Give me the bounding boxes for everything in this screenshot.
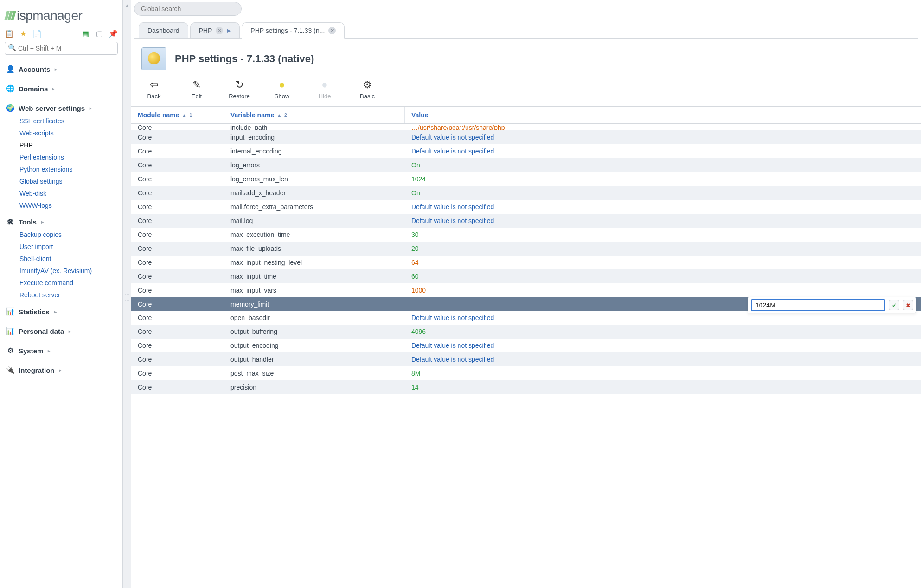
table-row[interactable]: Coreinput_encodingDefault value is not s… — [131, 130, 921, 144]
table-row[interactable]: Coremail.logDefault value is not specifi… — [131, 214, 921, 228]
table-row[interactable]: Coremax_file_uploads20 — [131, 242, 921, 256]
value-edit-input[interactable] — [751, 299, 885, 311]
nav-link-ssl-certificates[interactable]: SSL certificates — [19, 116, 118, 126]
plus-icon[interactable]: ▦ — [81, 29, 90, 38]
nav-link-imunifyav-ex-revisium-[interactable]: ImunifyAV (ex. Revisium) — [19, 266, 118, 276]
nav-section-icon: 🌍 — [6, 104, 15, 112]
cell-value[interactable]: 14 — [405, 380, 921, 394]
table-row[interactable]: Coremax_input_nesting_level64 — [131, 256, 921, 269]
hide-icon: ● — [318, 79, 332, 91]
nav-section-web-server-settings[interactable]: 🌍Web-server settings▸ — [5, 100, 118, 116]
cell-value[interactable]: 1000 — [405, 283, 921, 297]
show-button[interactable]: ●Show — [269, 79, 294, 100]
cell-variable: mail.log — [224, 214, 405, 228]
tab-php[interactable]: PHP✕▶ — [190, 22, 240, 38]
cell-value[interactable]: …/usr/share/pear:/usr/share/php — [405, 124, 921, 130]
col-variable-name[interactable]: Variable name▲2 — [224, 107, 405, 123]
cell-value[interactable]: Default value is not specified — [405, 339, 921, 352]
cell-variable: mail.force_extra_parameters — [224, 200, 405, 214]
cancel-button[interactable]: ✖ — [903, 300, 913, 310]
basic-button[interactable]: ⚙Basic — [355, 79, 380, 100]
sidebar-search-input[interactable] — [5, 42, 118, 55]
nav-section-system[interactable]: ⚙System▸ — [5, 343, 118, 358]
nav-section-domains[interactable]: 🌐Domains▸ — [5, 81, 118, 96]
cell-value[interactable]: 64 — [405, 256, 921, 269]
table-row[interactable]: Coreoutput_buffering4096 — [131, 325, 921, 339]
table-row[interactable]: Coremax_input_vars1000 — [131, 283, 921, 297]
table-row[interactable]: Coremail.force_extra_parametersDefault v… — [131, 200, 921, 214]
close-icon[interactable]: ✕ — [216, 27, 223, 34]
pin-icon[interactable]: 📌 — [109, 29, 118, 38]
nav-link-web-disk[interactable]: Web-disk — [19, 188, 118, 198]
table-row[interactable]: Coremax_execution_time30 — [131, 228, 921, 242]
nav-section-statistics[interactable]: 📊Statistics▸ — [5, 304, 118, 320]
nav-section-icon: 📊 — [6, 307, 15, 316]
table-row[interactable]: Corelog_errorsOn — [131, 158, 921, 172]
table-row[interactable]: Corelog_errors_max_len1024 — [131, 172, 921, 186]
cell-value[interactable]: Default value is not specified — [405, 214, 921, 228]
tab-php-settings-n-[interactable]: PHP settings - 7.1.33 (n...✕ — [242, 22, 345, 39]
tab-dashboard[interactable]: Dashboard — [139, 22, 188, 38]
tab-bar: DashboardPHP✕▶PHP settings - 7.1.33 (n..… — [134, 22, 918, 39]
action-toolbar: ⇦Back✎Edit↻Restore●Show●Hide⚙Basic — [131, 75, 921, 106]
nav-link-user-import[interactable]: User import — [19, 242, 118, 252]
edit-button[interactable]: ✎Edit — [184, 79, 209, 100]
nav-link-execute-command[interactable]: Execute command — [19, 278, 118, 288]
nav-section-icon: 👤 — [6, 65, 15, 73]
cell-value[interactable]: 60 — [405, 269, 921, 283]
table-row[interactable]: Coremax_input_time60 — [131, 269, 921, 283]
cell-variable: post_max_size — [224, 366, 405, 380]
clipboard-icon[interactable]: 📄 — [32, 29, 42, 38]
table-row[interactable]: Corepost_max_size8M — [131, 366, 921, 380]
gutter[interactable]: ▲ ⋮⋮ — [123, 0, 131, 588]
nav-link-python-extensions[interactable]: Python extensions — [19, 164, 118, 174]
nav-link-shell-client[interactable]: Shell-client — [19, 254, 118, 264]
cell-value[interactable]: 20 — [405, 242, 921, 256]
collapse-gutter-icon[interactable]: ▲ — [125, 3, 129, 8]
table-row[interactable]: Coremail.add_x_headerOn — [131, 186, 921, 200]
cell-module: Core — [131, 186, 224, 200]
table-row[interactable]: Coreoutput_handlerDefault value is not s… — [131, 352, 921, 366]
close-icon[interactable]: ✕ — [328, 27, 336, 34]
minus-icon[interactable]: ▢ — [95, 29, 104, 38]
star-icon[interactable]: ★ — [19, 29, 28, 38]
global-search-input[interactable] — [134, 2, 242, 16]
nav-section-personal-data[interactable]: 📊Personal data▸ — [5, 323, 118, 339]
nav-link-www-logs[interactable]: WWW-logs — [19, 200, 118, 211]
tool-label: Edit — [192, 93, 202, 100]
gutter-handle-icon[interactable]: ⋮⋮ — [125, 293, 130, 304]
cell-module: Core — [131, 339, 224, 352]
restore-icon: ↻ — [232, 79, 246, 91]
cell-value[interactable]: 4096 — [405, 325, 921, 339]
list-icon[interactable]: 📋 — [5, 29, 14, 38]
confirm-button[interactable]: ✔ — [889, 300, 899, 310]
nav-link-perl-extensions[interactable]: Perl extensions — [19, 152, 118, 162]
table-row[interactable]: Coreinclude_path…/usr/share/pear:/usr/sh… — [131, 124, 921, 130]
nav-link-web-scripts[interactable]: Web-scripts — [19, 128, 118, 138]
cell-value[interactable]: Default value is not specified — [405, 200, 921, 214]
restore-button[interactable]: ↻Restore — [227, 79, 252, 100]
back-button[interactable]: ⇦Back — [141, 79, 166, 100]
table-row[interactable]: Coreoutput_encodingDefault value is not … — [131, 339, 921, 352]
chevron-right-icon: ▸ — [41, 219, 44, 224]
col-label: Module name — [138, 111, 179, 119]
table-row[interactable]: Coreinternal_encodingDefault value is no… — [131, 144, 921, 158]
cell-value[interactable]: Default value is not specified — [405, 352, 921, 366]
cell-value[interactable]: On — [405, 186, 921, 200]
nav-link-reboot-server[interactable]: Reboot server — [19, 290, 118, 300]
nav-section-accounts[interactable]: 👤Accounts▸ — [5, 61, 118, 77]
cell-value[interactable]: On — [405, 158, 921, 172]
cell-value[interactable]: 30 — [405, 228, 921, 242]
nav-section-tools[interactable]: 🛠Tools▸ — [5, 214, 118, 230]
table-row[interactable]: Coreprecision14 — [131, 380, 921, 394]
cell-value[interactable]: Default value is not specified — [405, 144, 921, 158]
col-value[interactable]: Value — [405, 107, 921, 123]
nav-link-global-settings[interactable]: Global settings — [19, 176, 118, 186]
cell-value[interactable]: Default value is not specified — [405, 130, 921, 144]
nav-link-php[interactable]: PHP — [19, 140, 118, 150]
cell-value[interactable]: 1024 — [405, 172, 921, 186]
col-module-name[interactable]: Module name▲1 — [131, 107, 224, 123]
nav-section-integration[interactable]: 🔌Integration▸ — [5, 362, 118, 378]
nav-link-backup-copies[interactable]: Backup copies — [19, 230, 118, 240]
cell-value[interactable]: 8M — [405, 366, 921, 380]
